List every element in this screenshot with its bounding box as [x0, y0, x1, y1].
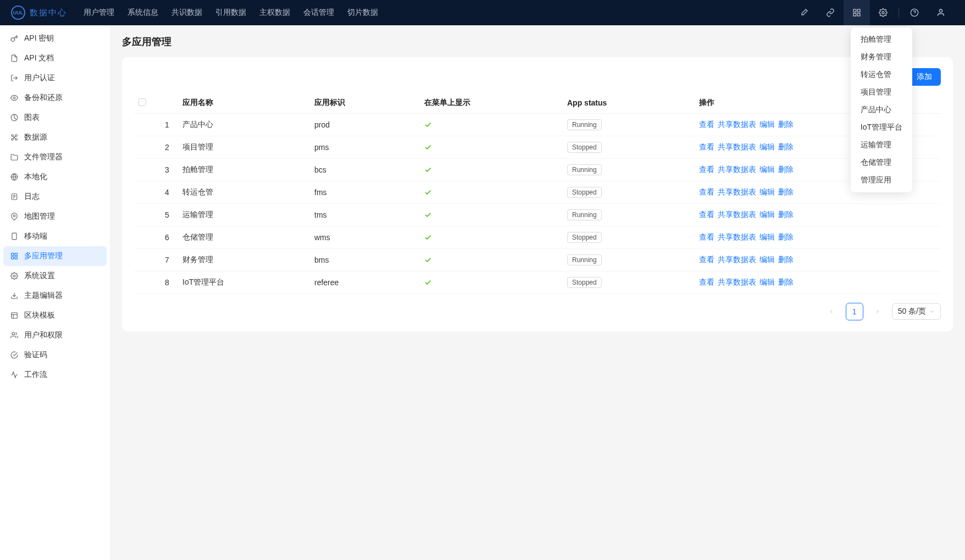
folder-icon	[10, 153, 19, 162]
action-share[interactable]: 共享数据表	[718, 210, 756, 219]
action-view[interactable]: 查看	[699, 120, 714, 129]
sidebar-item[interactable]: API 密钥	[3, 29, 107, 48]
settings-icon[interactable]	[870, 0, 896, 25]
dropdown-item[interactable]: 管理应用	[854, 171, 909, 189]
action-delete[interactable]: 删除	[778, 278, 794, 286]
dropdown-item[interactable]: 运输管理	[854, 136, 909, 154]
sidebar-item[interactable]: 系统设置	[3, 266, 107, 286]
row-actions: 查看共享数据表编辑删除	[695, 249, 941, 271]
sidebar-item[interactable]: 图表	[3, 108, 107, 127]
sidebar-item-label: 主题编辑器	[24, 291, 63, 301]
apps-icon[interactable]	[844, 0, 870, 25]
action-edit[interactable]: 编辑	[759, 120, 775, 129]
top-nav-item[interactable]: 切片数据	[347, 8, 378, 18]
sidebar-item[interactable]: 备份和还原	[3, 88, 107, 108]
sidebar-item-label: API 密钥	[24, 34, 54, 43]
action-view[interactable]: 查看	[699, 187, 714, 196]
chart-icon	[10, 113, 19, 122]
sidebar-item[interactable]: 验证码	[3, 345, 107, 365]
sidebar-item-label: 区块模板	[24, 311, 55, 320]
status-badge: Stopped	[567, 232, 602, 243]
top-nav-item[interactable]: 引用数据	[215, 8, 246, 18]
table-row: 5运输管理tmsRunning查看共享数据表编辑删除	[134, 204, 941, 226]
action-share[interactable]: 共享数据表	[718, 165, 756, 174]
row-show	[420, 271, 563, 294]
sidebar-item[interactable]: 数据源	[3, 127, 107, 147]
check-icon	[424, 234, 558, 241]
action-edit[interactable]: 编辑	[759, 232, 775, 241]
action-share[interactable]: 共享数据表	[718, 278, 756, 286]
svg-rect-27	[15, 253, 17, 256]
action-delete[interactable]: 删除	[778, 142, 794, 151]
sidebar-item-label: API 文档	[24, 53, 54, 63]
action-delete[interactable]: 删除	[778, 210, 794, 219]
sidebar-item-label: 地图管理	[24, 212, 55, 221]
sidebar-item-label: 工作流	[24, 370, 47, 380]
action-share[interactable]: 共享数据表	[718, 142, 756, 151]
row-actions: 查看共享数据表编辑删除	[695, 271, 941, 294]
sidebar-item[interactable]: 用户和权限	[3, 325, 107, 345]
link-icon[interactable]	[817, 0, 844, 25]
action-delete[interactable]: 删除	[778, 255, 794, 264]
sidebar-item[interactable]: 地图管理	[3, 207, 107, 226]
top-nav-item[interactable]: 会话管理	[303, 8, 334, 18]
dropdown-item[interactable]: 产品中心	[854, 101, 909, 119]
top-nav-item[interactable]: 系统信息	[127, 8, 158, 18]
page-next[interactable]	[869, 303, 886, 320]
action-edit[interactable]: 编辑	[759, 187, 775, 196]
phone-icon	[10, 232, 19, 241]
sidebar-item[interactable]: 用户认证	[3, 68, 107, 88]
action-view[interactable]: 查看	[699, 165, 714, 174]
action-share[interactable]: 共享数据表	[718, 255, 756, 264]
top-nav-item[interactable]: 共识数据	[171, 8, 202, 18]
action-edit[interactable]: 编辑	[759, 255, 775, 264]
page-prev[interactable]	[823, 303, 840, 320]
sidebar-item[interactable]: 移动端	[3, 226, 107, 246]
action-delete[interactable]: 删除	[778, 187, 794, 196]
action-share[interactable]: 共享数据表	[718, 187, 756, 196]
dropdown-item[interactable]: 仓储管理	[854, 154, 909, 171]
action-view[interactable]: 查看	[699, 210, 714, 219]
page-title: 多应用管理	[122, 35, 953, 48]
action-edit[interactable]: 编辑	[759, 278, 775, 286]
action-edit[interactable]: 编辑	[759, 142, 775, 151]
row-index: 3	[156, 159, 178, 181]
row-index: 6	[156, 226, 178, 249]
page-size-select[interactable]: 50 条/页	[892, 303, 941, 320]
sidebar-item[interactable]: 日志	[3, 187, 107, 207]
action-view[interactable]: 查看	[699, 255, 714, 264]
page-number[interactable]: 1	[846, 303, 863, 320]
action-edit[interactable]: 编辑	[759, 165, 775, 174]
action-edit[interactable]: 编辑	[759, 210, 775, 219]
dropdown-item[interactable]: IoT管理平台	[854, 119, 909, 136]
action-delete[interactable]: 删除	[778, 120, 794, 129]
action-view[interactable]: 查看	[699, 232, 714, 241]
sidebar-item[interactable]: 主题编辑器	[3, 286, 107, 306]
action-share[interactable]: 共享数据表	[718, 232, 756, 241]
sidebar-item[interactable]: 本地化	[3, 167, 107, 187]
dropdown-item[interactable]: 拍舱管理	[854, 31, 909, 48]
edit-icon[interactable]	[791, 0, 817, 25]
sidebar-item[interactable]: 文件管理器	[3, 147, 107, 167]
sidebar-item[interactable]: 区块模板	[3, 306, 107, 325]
sidebar-item[interactable]: 工作流	[3, 365, 107, 385]
dropdown-item[interactable]: 转运仓管	[854, 66, 909, 84]
action-delete[interactable]: 删除	[778, 165, 794, 174]
row-show	[420, 204, 563, 226]
action-share[interactable]: 共享数据表	[718, 120, 756, 129]
action-delete[interactable]: 删除	[778, 232, 794, 241]
dropdown-item[interactable]: 财务管理	[854, 48, 909, 66]
row-tag: prod	[310, 114, 420, 136]
top-nav-item[interactable]: 主权数据	[259, 8, 290, 18]
user-icon[interactable]	[928, 0, 954, 25]
action-view[interactable]: 查看	[699, 278, 714, 286]
sidebar-item[interactable]: 多应用管理	[3, 246, 107, 266]
dropdown-item[interactable]: 项目管理	[854, 84, 909, 101]
sidebar-item[interactable]: API 文档	[3, 48, 107, 68]
checkbox-all[interactable]	[138, 98, 146, 106]
check-icon	[424, 188, 558, 196]
top-nav-item[interactable]: 用户管理	[84, 8, 114, 18]
logo[interactable]: UUL 数据中心	[11, 5, 67, 20]
help-icon[interactable]	[901, 0, 928, 25]
action-view[interactable]: 查看	[699, 142, 714, 151]
